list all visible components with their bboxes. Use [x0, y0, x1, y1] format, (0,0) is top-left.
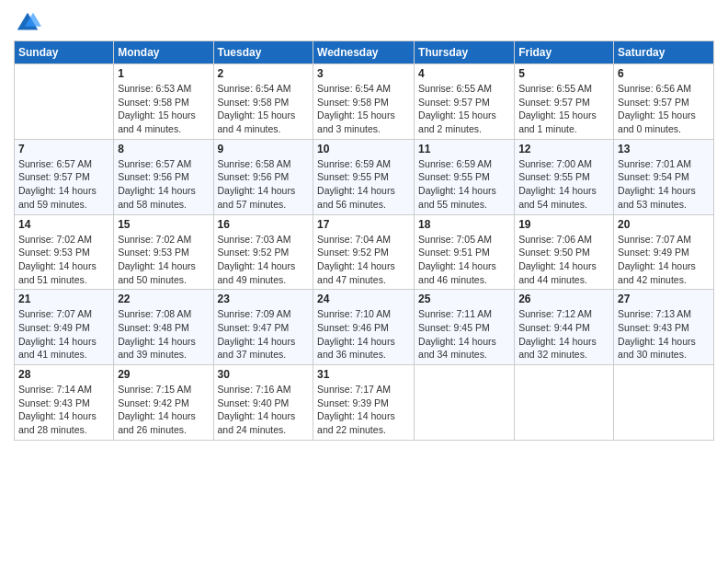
day-number: 16 — [218, 218, 310, 231]
day-info: Sunrise: 7:07 AMSunset: 9:49 PMDaylight:… — [18, 307, 109, 362]
day-info: Sunrise: 7:00 AMSunset: 9:55 PMDaylight:… — [518, 157, 609, 212]
day-number: 7 — [18, 143, 109, 155]
calendar-cell: 24 Sunrise: 7:10 AMSunset: 9:46 PMDaylig… — [313, 290, 415, 365]
calendar-cell: 2 Sunrise: 6:54 AMSunset: 9:58 PMDayligh… — [213, 64, 313, 140]
calendar-week-5: 28 Sunrise: 7:14 AMSunset: 9:43 PMDaylig… — [15, 365, 714, 441]
calendar-header-sunday: Sunday — [15, 41, 114, 64]
calendar-cell: 3 Sunrise: 6:54 AMSunset: 9:58 PMDayligh… — [313, 64, 415, 140]
day-info: Sunrise: 7:06 AMSunset: 9:50 PMDaylight:… — [518, 233, 609, 287]
day-number: 28 — [18, 368, 109, 381]
day-info: Sunrise: 6:57 AMSunset: 9:57 PMDaylight:… — [18, 157, 109, 212]
calendar-cell: 9 Sunrise: 6:58 AMSunset: 9:56 PMDayligh… — [213, 139, 313, 214]
day-number: 22 — [118, 293, 209, 305]
day-info: Sunrise: 6:55 AMSunset: 9:57 PMDaylight:… — [418, 82, 510, 136]
day-info: Sunrise: 7:03 AMSunset: 9:52 PMDaylight:… — [218, 233, 310, 287]
day-number: 27 — [618, 293, 710, 305]
calendar-cell: 11 Sunrise: 6:59 AMSunset: 9:55 PMDaylig… — [415, 139, 515, 214]
calendar-header-row: SundayMondayTuesdayWednesdayThursdayFrid… — [15, 41, 714, 64]
day-info: Sunrise: 7:13 AMSunset: 9:43 PMDaylight:… — [618, 307, 710, 362]
day-info: Sunrise: 7:02 AMSunset: 9:53 PMDaylight:… — [118, 233, 209, 287]
day-info: Sunrise: 7:11 AMSunset: 9:45 PMDaylight:… — [418, 307, 510, 362]
day-number: 17 — [317, 218, 410, 231]
calendar-header-wednesday: Wednesday — [313, 41, 415, 64]
calendar-cell: 16 Sunrise: 7:03 AMSunset: 9:52 PMDaylig… — [213, 214, 313, 290]
calendar-cell: 17 Sunrise: 7:04 AMSunset: 9:52 PMDaylig… — [313, 214, 415, 290]
calendar-cell: 18 Sunrise: 7:05 AMSunset: 9:51 PMDaylig… — [415, 214, 515, 290]
day-number: 26 — [518, 293, 609, 305]
calendar-cell: 12 Sunrise: 7:00 AMSunset: 9:55 PMDaylig… — [515, 139, 614, 214]
calendar-cell: 1 Sunrise: 6:53 AMSunset: 9:58 PMDayligh… — [114, 64, 213, 140]
calendar-cell: 13 Sunrise: 7:01 AMSunset: 9:54 PMDaylig… — [614, 139, 714, 214]
day-info: Sunrise: 7:10 AMSunset: 9:46 PMDaylight:… — [317, 307, 410, 362]
day-number: 18 — [418, 218, 510, 231]
day-number: 12 — [518, 143, 609, 155]
day-number: 8 — [118, 143, 209, 155]
day-number: 6 — [618, 67, 710, 80]
calendar-cell — [614, 365, 714, 441]
day-info: Sunrise: 7:07 AMSunset: 9:49 PMDaylight:… — [618, 233, 710, 287]
calendar-header-saturday: Saturday — [614, 41, 714, 64]
day-number: 9 — [218, 143, 310, 155]
day-number: 5 — [518, 67, 609, 80]
calendar-cell: 26 Sunrise: 7:12 AMSunset: 9:44 PMDaylig… — [515, 290, 614, 365]
calendar-cell: 5 Sunrise: 6:55 AMSunset: 9:57 PMDayligh… — [515, 64, 614, 140]
day-info: Sunrise: 6:57 AMSunset: 9:56 PMDaylight:… — [118, 157, 209, 212]
calendar-cell — [415, 365, 515, 441]
calendar-cell: 28 Sunrise: 7:14 AMSunset: 9:43 PMDaylig… — [15, 365, 114, 441]
calendar-header-tuesday: Tuesday — [213, 41, 313, 64]
calendar-table: SundayMondayTuesdayWednesdayThursdayFrid… — [14, 40, 714, 441]
day-info: Sunrise: 7:01 AMSunset: 9:54 PMDaylight:… — [618, 157, 710, 212]
day-number: 2 — [218, 67, 310, 80]
day-number: 4 — [418, 67, 510, 80]
calendar-cell — [15, 64, 114, 140]
day-info: Sunrise: 7:17 AMSunset: 9:39 PMDaylight:… — [317, 383, 410, 437]
calendar-cell: 31 Sunrise: 7:17 AMSunset: 9:39 PMDaylig… — [313, 365, 415, 441]
calendar-cell: 20 Sunrise: 7:07 AMSunset: 9:49 PMDaylig… — [614, 214, 714, 290]
day-number: 23 — [218, 293, 310, 305]
calendar-week-2: 7 Sunrise: 6:57 AMSunset: 9:57 PMDayligh… — [15, 139, 714, 214]
calendar-cell: 25 Sunrise: 7:11 AMSunset: 9:45 PMDaylig… — [415, 290, 515, 365]
calendar-cell: 15 Sunrise: 7:02 AMSunset: 9:53 PMDaylig… — [114, 214, 213, 290]
calendar-cell: 21 Sunrise: 7:07 AMSunset: 9:49 PMDaylig… — [15, 290, 114, 365]
day-info: Sunrise: 7:08 AMSunset: 9:48 PMDaylight:… — [118, 307, 209, 362]
day-number: 30 — [218, 368, 310, 381]
day-info: Sunrise: 6:58 AMSunset: 9:56 PMDaylight:… — [218, 157, 310, 212]
day-info: Sunrise: 7:16 AMSunset: 9:40 PMDaylight:… — [218, 383, 310, 437]
calendar-header-thursday: Thursday — [415, 41, 515, 64]
day-number: 13 — [618, 143, 710, 155]
calendar-cell: 10 Sunrise: 6:59 AMSunset: 9:55 PMDaylig… — [313, 139, 415, 214]
day-number: 31 — [317, 368, 410, 381]
day-number: 29 — [118, 368, 209, 381]
day-info: Sunrise: 6:54 AMSunset: 9:58 PMDaylight:… — [218, 82, 310, 136]
day-info: Sunrise: 6:55 AMSunset: 9:57 PMDaylight:… — [518, 82, 609, 136]
calendar-header-monday: Monday — [114, 41, 213, 64]
calendar-week-4: 21 Sunrise: 7:07 AMSunset: 9:49 PMDaylig… — [15, 290, 714, 365]
calendar-cell: 19 Sunrise: 7:06 AMSunset: 9:50 PMDaylig… — [515, 214, 614, 290]
day-info: Sunrise: 7:14 AMSunset: 9:43 PMDaylight:… — [18, 383, 109, 437]
calendar-cell: 7 Sunrise: 6:57 AMSunset: 9:57 PMDayligh… — [15, 139, 114, 214]
day-info: Sunrise: 7:05 AMSunset: 9:51 PMDaylight:… — [418, 233, 510, 287]
day-number: 21 — [18, 293, 109, 305]
calendar-cell — [515, 365, 614, 441]
calendar-cell: 8 Sunrise: 6:57 AMSunset: 9:56 PMDayligh… — [114, 139, 213, 214]
calendar-cell: 30 Sunrise: 7:16 AMSunset: 9:40 PMDaylig… — [213, 365, 313, 441]
calendar-week-3: 14 Sunrise: 7:02 AMSunset: 9:53 PMDaylig… — [15, 214, 714, 290]
day-number: 25 — [418, 293, 510, 305]
day-info: Sunrise: 7:04 AMSunset: 9:52 PMDaylight:… — [317, 233, 410, 287]
calendar-cell: 4 Sunrise: 6:55 AMSunset: 9:57 PMDayligh… — [415, 64, 515, 140]
calendar-cell: 29 Sunrise: 7:15 AMSunset: 9:42 PMDaylig… — [114, 365, 213, 441]
day-number: 24 — [317, 293, 410, 305]
day-number: 14 — [18, 218, 109, 231]
day-number: 10 — [317, 143, 410, 155]
day-info: Sunrise: 6:59 AMSunset: 9:55 PMDaylight:… — [317, 157, 410, 212]
calendar-cell: 23 Sunrise: 7:09 AMSunset: 9:47 PMDaylig… — [213, 290, 313, 365]
day-info: Sunrise: 6:56 AMSunset: 9:57 PMDaylight:… — [618, 82, 710, 136]
calendar-cell: 14 Sunrise: 7:02 AMSunset: 9:53 PMDaylig… — [15, 214, 114, 290]
day-info: Sunrise: 6:59 AMSunset: 9:55 PMDaylight:… — [418, 157, 510, 212]
calendar-cell: 27 Sunrise: 7:13 AMSunset: 9:43 PMDaylig… — [614, 290, 714, 365]
calendar-week-1: 1 Sunrise: 6:53 AMSunset: 9:58 PMDayligh… — [15, 64, 714, 140]
page-header — [14, 9, 714, 37]
logo — [14, 9, 45, 37]
day-info: Sunrise: 7:12 AMSunset: 9:44 PMDaylight:… — [518, 307, 609, 362]
day-info: Sunrise: 6:53 AMSunset: 9:58 PMDaylight:… — [118, 82, 209, 136]
